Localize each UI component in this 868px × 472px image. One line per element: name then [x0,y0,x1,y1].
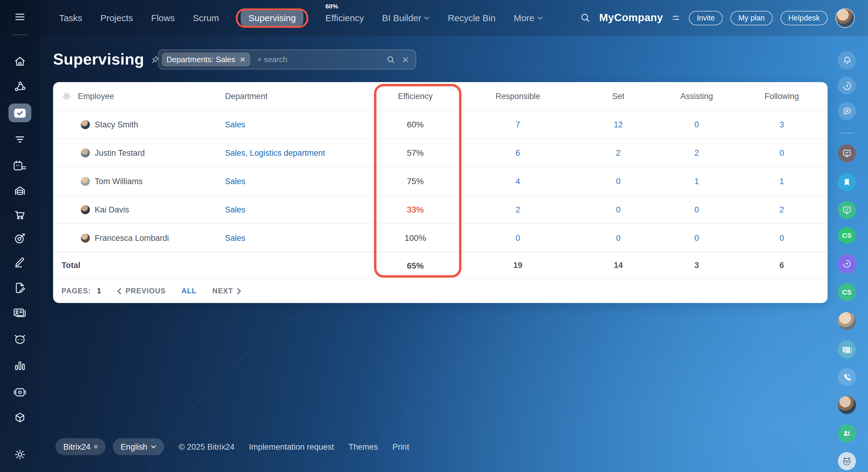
department-link[interactable]: Sales, Logistics department [225,148,374,157]
cs-circle-badge[interactable]: CS [838,283,856,301]
filter-chip-departments-sales[interactable]: Departments: Sales ✕ [162,53,250,66]
col-assisting[interactable]: Assisting [657,91,736,100]
employee-name[interactable]: Tom Williams [95,177,143,186]
messenger-exchange-icon[interactable] [838,102,856,120]
set-count[interactable]: 0 [579,233,657,242]
previous-button[interactable]: PREVIOUS [117,287,166,295]
crm-funnel-icon[interactable] [13,134,27,145]
cat-avatar[interactable] [838,452,856,470]
nav-flows[interactable]: Flows [151,13,175,23]
themes-link[interactable]: Themes [349,442,378,451]
employee-name[interactable]: Francesca Lombardi [95,233,169,242]
my-plan-button[interactable]: My plan [731,10,773,25]
assisting-count[interactable]: 2 [657,148,736,157]
set-count[interactable]: 0 [579,205,657,214]
cs-hexagon-badge[interactable]: CS [838,226,856,244]
copilot-icon[interactable] [838,77,856,95]
user-avatar[interactable] [835,8,855,27]
assisting-count[interactable]: 0 [657,205,736,214]
language-selector[interactable]: English [113,438,164,455]
department-link[interactable]: Sales [225,177,374,186]
department-link[interactable]: Sales [225,233,374,242]
menu-icon[interactable] [13,11,27,22]
assisting-count[interactable]: 0 [657,120,736,129]
responsible-count[interactable]: 0 [457,233,579,242]
employee-name[interactable]: Kai Davis [95,205,129,214]
shopping-cart-icon[interactable] [13,208,27,222]
collaboration-icon[interactable] [13,80,27,93]
responsible-count[interactable]: 2 [457,205,579,214]
video-hub-icon[interactable] [13,386,27,399]
document-edit-icon[interactable] [13,281,27,295]
filter-search-bar[interactable]: Departments: Sales ✕ [158,50,416,69]
col-responsible[interactable]: Responsible [457,91,579,100]
following-count[interactable]: 3 [736,120,828,129]
department-link[interactable]: Sales [225,120,374,129]
following-count[interactable]: 0 [736,233,828,242]
following-count[interactable]: 2 [736,205,828,214]
search-icon[interactable] [386,55,396,64]
following-count[interactable]: 1 [736,177,828,186]
market-package-icon[interactable] [13,411,27,424]
col-efficiency[interactable]: Efficiency [374,91,457,100]
set-count[interactable]: 0 [579,177,657,186]
bitrix24-brand-button[interactable]: Bitrix24® [56,438,105,455]
search-icon[interactable] [580,12,591,24]
calendar-schedule-icon[interactable] [13,159,27,173]
following-count[interactable]: 0 [736,148,828,157]
nav-recycle-bin[interactable]: Recycle Bin [448,13,496,23]
nav-tasks[interactable]: Tasks [59,13,82,23]
set-count[interactable]: 12 [579,120,657,129]
bookmark-icon[interactable] [838,173,856,191]
table-row[interactable]: Francesca Lombardi Sales 100% 0 0 0 0 [53,223,828,252]
assisting-count[interactable]: 0 [657,233,736,242]
helpdesk-button[interactable]: Helpdesk [780,10,828,25]
contact-card-circle-icon[interactable] [838,341,856,358]
chat-user-avatar-2[interactable] [838,396,856,414]
tasks-monitor-check-icon[interactable] [838,144,856,163]
set-count[interactable]: 2 [579,148,657,157]
nav-more[interactable]: More [514,13,542,23]
chat-user-avatar[interactable] [838,312,856,330]
nav-supervising[interactable]: Supervising [241,9,304,26]
responsible-count[interactable]: 4 [457,177,579,186]
e-signature-icon[interactable] [13,255,27,269]
print-link[interactable]: Print [392,442,409,451]
department-link[interactable]: Sales [225,205,374,214]
ai-robot-icon[interactable] [13,332,27,346]
next-button[interactable]: NEXT [212,287,242,295]
grid-settings-gear-icon[interactable] [62,91,72,101]
notifications-bell-icon[interactable] [838,51,856,69]
col-employee[interactable]: Employee [78,91,114,100]
invite-button[interactable]: Invite [689,10,723,25]
phone-call-icon[interactable] [838,368,856,386]
clear-filter-icon[interactable] [401,55,409,64]
settings-gear-icon[interactable] [13,448,27,461]
filter-sliders-icon[interactable] [671,13,681,22]
copilot-purple-icon[interactable] [838,255,856,273]
home-icon[interactable] [13,55,27,68]
implementation-request-link[interactable]: Implementation request [249,442,334,451]
nav-efficiency[interactable]: 60% Efficiency [326,13,364,23]
employee-name[interactable]: Justin Testard [95,148,145,157]
col-following[interactable]: Following [736,91,828,100]
col-department[interactable]: Department [225,91,374,100]
table-row[interactable]: Justin Testard Sales, Logistics departme… [53,138,828,167]
team-people-icon[interactable] [838,424,856,442]
tasks-monitor-check-green-icon[interactable] [838,201,856,219]
nav-bi-builder[interactable]: BI Builder [382,13,430,23]
nav-projects[interactable]: Projects [100,13,133,23]
employee-name[interactable]: Stacy Smith [95,120,138,129]
table-row[interactable]: Kai Davis Sales 33% 2 0 0 2 [53,195,828,223]
responsible-count[interactable]: 7 [457,120,579,129]
contact-card-icon[interactable] [13,306,27,319]
all-button[interactable]: ALL [182,287,197,295]
nav-scrum[interactable]: Scrum [193,13,219,23]
bi-analytics-icon[interactable] [13,359,27,373]
assisting-count[interactable]: 1 [657,177,736,186]
warehouse-icon[interactable] [13,184,27,197]
search-input[interactable] [256,54,386,65]
company-name[interactable]: MyCompany [599,11,663,24]
tasks-icon-active[interactable] [8,104,31,122]
chip-remove-icon[interactable]: ✕ [240,55,246,64]
